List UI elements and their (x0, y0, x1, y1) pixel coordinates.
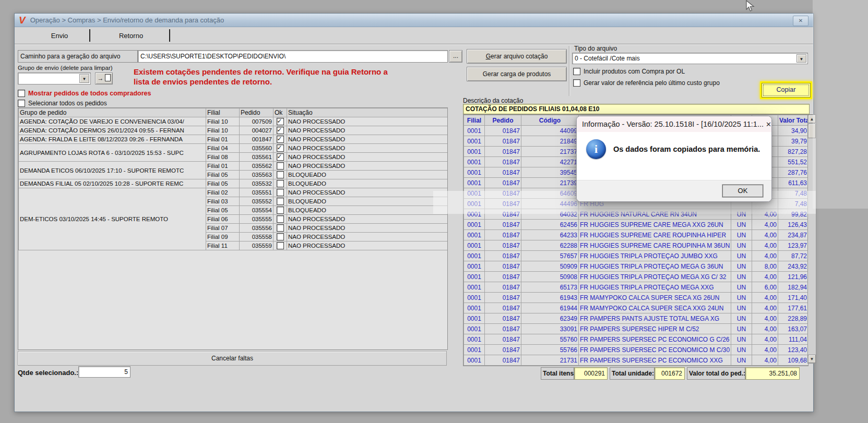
pedido-cell[interactable]: 01847 (485, 240, 521, 251)
filial-cell[interactable]: 0001 (464, 199, 485, 209)
codigo-cell[interactable]: 33091 (521, 324, 579, 334)
pedido-cell[interactable]: 01847 (485, 220, 521, 230)
pedido-row[interactable]: AGENDA: COTAÇÃO DE VAREJO E CONVENIENCIA… (19, 117, 448, 126)
filial-cell[interactable]: Filial 03 (206, 197, 240, 206)
pedido-cell[interactable]: 01847 (485, 313, 521, 324)
valor-total-cell[interactable]: 611,63 (778, 178, 808, 188)
qtde-cell[interactable]: 4,00 (752, 293, 778, 303)
codigo-cell[interactable]: 64609 (521, 188, 579, 199)
filial-cell[interactable]: Filial 10 (206, 126, 240, 135)
un-cell[interactable]: UN (731, 334, 752, 345)
filial-cell[interactable]: 0001 (464, 355, 485, 366)
ok-checkbox[interactable] (277, 153, 284, 161)
produto-row[interactable]: 00010184762288FR HUGGIES SUPREME CARE RO… (464, 240, 808, 251)
filial-cell[interactable]: 0001 (464, 272, 485, 282)
produto-row[interactable]: 00010184764233FR HUGGIES SUPREME CARE RO… (464, 230, 808, 240)
valor-total-cell[interactable]: 111,04 (778, 334, 808, 345)
ok-cell[interactable] (274, 117, 287, 126)
qtde-cell[interactable]: 4,00 (752, 272, 778, 282)
valor-total-cell[interactable]: 551,52 (778, 157, 808, 167)
grupo-pedido-cell[interactable]: DEMANDAS FILIAL 05 02/10/2025 10:28 - SU… (19, 179, 206, 188)
pedido-cell[interactable]: 01847 (485, 324, 521, 334)
pedido-cell[interactable]: 035554 (240, 206, 274, 215)
filial-cell[interactable]: 0001 (464, 313, 485, 324)
valor-total-cell[interactable]: 126,43 (778, 220, 808, 230)
pedido-cell[interactable]: 01847 (485, 345, 521, 355)
un-cell[interactable]: UN (731, 209, 752, 220)
pedido-row[interactable]: DEMANDAS FILIAL 05 02/10/2025 10:28 - SU… (19, 179, 448, 188)
qtde-cell[interactable]: 4,00 (752, 345, 778, 355)
valor-total-cell[interactable]: 234,87 (778, 230, 808, 240)
valor-total-cell[interactable]: 123,97 (778, 240, 808, 251)
codigo-cell[interactable]: 44099 (521, 126, 579, 136)
ok-checkbox[interactable] (277, 207, 284, 214)
pedido-cell[interactable]: 035552 (240, 197, 274, 206)
un-cell[interactable]: UN (731, 313, 752, 324)
tab-envio[interactable]: Envio (30, 30, 89, 42)
filial-cell[interactable]: Filial 07 (206, 224, 240, 233)
pedido-cell[interactable]: 01847 (485, 293, 521, 303)
codigo-cell[interactable]: 21731 (521, 355, 579, 366)
scroll-up-icon[interactable]: ▲ (808, 115, 816, 123)
un-cell[interactable]: UN (731, 355, 752, 366)
pedido-cell[interactable]: 01847 (485, 272, 521, 282)
pedido-cell[interactable]: 01847 (485, 282, 521, 293)
situacao-cell[interactable]: NAO PROCESSADO (287, 188, 448, 197)
valor-total-cell[interactable]: 827,28 (778, 147, 808, 157)
codigo-cell[interactable]: 61944 (521, 303, 579, 313)
filial-cell[interactable]: 0001 (464, 334, 485, 345)
un-cell[interactable]: UN (731, 261, 752, 272)
qtde-cell[interactable]: 4,00 (752, 251, 778, 261)
situacao-cell[interactable]: NAO PROCESSADO (287, 153, 448, 162)
filial-cell[interactable]: 0001 (464, 220, 485, 230)
valor-total-cell[interactable]: 7,48 (778, 199, 808, 209)
tipo-arquivo-select[interactable]: 0 - Cotefácil /Cote mais ▼ (572, 53, 808, 64)
valor-total-cell[interactable]: 228,89 (778, 313, 808, 324)
ok-cell[interactable] (274, 135, 287, 144)
produto-row[interactable]: 00010184721731FR PAMPERS SUPERSEC PC ECO… (464, 355, 808, 366)
situacao-cell[interactable]: NAO PROCESSADO (287, 162, 448, 171)
pedidos-grid[interactable]: Grupo de pedidoFilialPedidoOkSituaçãoAGE… (18, 107, 448, 350)
qtde-cell[interactable]: 4,00 (752, 355, 778, 366)
copiar-button[interactable]: Copiar (762, 83, 811, 98)
filial-cell[interactable]: 0001 (464, 345, 485, 355)
grupo-pedido-cell[interactable]: DEM-ETICOS 03/10/2025 14:45 - SUPORTE RE… (19, 188, 206, 250)
situacao-cell[interactable]: BLOQUEADO (287, 206, 448, 215)
grupo-envio-select[interactable]: ▼ (18, 72, 91, 84)
ok-checkbox[interactable] (277, 180, 284, 187)
ok-checkbox[interactable] (277, 162, 284, 170)
produtos-scrollbar[interactable]: ▲ ▼ (807, 114, 816, 364)
send-to-group-button[interactable]: → (95, 72, 113, 84)
filial-cell[interactable]: Filial 05 (206, 206, 240, 215)
ok-checkbox[interactable] (277, 215, 284, 223)
grupo-pedido-cell[interactable]: AGENDA: COTAÇÃO DERMOS 26/01/2024 09:55 … (19, 126, 206, 135)
filial-cell[interactable]: 0001 (464, 230, 485, 240)
qtde-cell[interactable]: 6,00 (752, 282, 778, 293)
codigo-cell[interactable]: 57657 (521, 251, 579, 261)
pedido-row[interactable]: DEMANDA ETICOS 06/10/2025 17:10 - SUPORT… (19, 162, 448, 171)
ok-cell[interactable] (274, 153, 287, 162)
filial-cell[interactable]: Filial 08 (206, 153, 240, 162)
situacao-cell[interactable]: NAO PROCESSADO (287, 241, 448, 250)
ok-checkbox[interactable] (277, 171, 284, 178)
ok-checkbox[interactable] (277, 136, 284, 143)
qtde-cell[interactable]: 4,00 (752, 220, 778, 230)
qtde-cell[interactable]: 4,00 (752, 209, 778, 220)
ok-checkbox[interactable] (277, 127, 284, 134)
filial-cell[interactable]: 0001 (464, 303, 485, 313)
filial-cell[interactable]: 0001 (464, 167, 485, 178)
ok-checkbox[interactable] (277, 198, 284, 205)
pedido-cell[interactable]: 01847 (485, 188, 521, 199)
valor-total-cell[interactable]: 177,61 (778, 303, 808, 313)
codigo-cell[interactable]: 44496 (521, 199, 579, 209)
valor-total-cell[interactable]: 287,76 (778, 167, 808, 178)
descricao-cell[interactable]: FR HUGGIES SUPREME CARE ROUPINHA M 36UN (579, 240, 731, 251)
valor-total-cell[interactable]: 123,40 (778, 345, 808, 355)
codigo-cell[interactable]: 62288 (521, 240, 579, 251)
descricao-cell[interactable]: FR HUGGIES SUPREME CARE MEGA XXG 26UN (579, 220, 731, 230)
ok-checkbox[interactable] (277, 233, 284, 240)
produto-row[interactable]: 00010184764032FR HUGGIES NATURAL CARE RN… (464, 209, 808, 220)
pedido-cell[interactable]: 01847 (485, 157, 521, 167)
un-cell[interactable]: UN (731, 220, 752, 230)
filial-cell[interactable]: 0001 (464, 136, 485, 147)
